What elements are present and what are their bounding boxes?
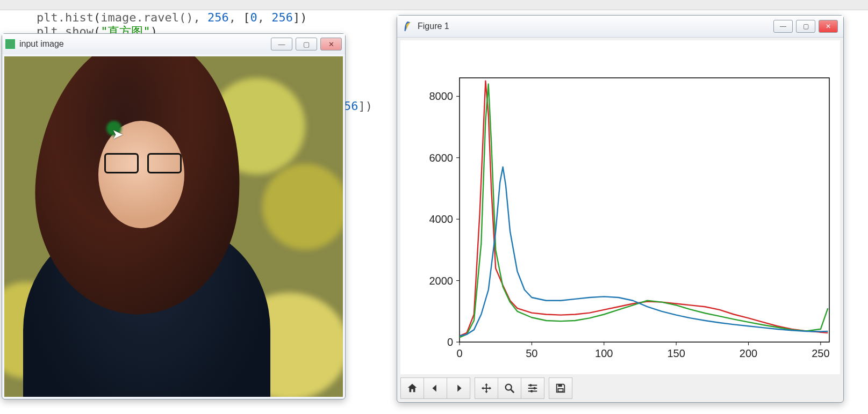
close-button[interactable]: ✕ — [320, 38, 342, 50]
svg-text:100: 100 — [595, 347, 613, 359]
close-button[interactable]: ✕ — [819, 20, 838, 33]
svg-text:0: 0 — [447, 336, 453, 348]
home-button[interactable] — [400, 377, 424, 399]
histogram-plot: 02000400060008000050100150200250 — [400, 40, 840, 374]
input-image-titlebar[interactable]: input image — ▢ ✕ — [2, 34, 345, 54]
save-button[interactable] — [549, 377, 572, 399]
input-image-title: input image — [19, 39, 271, 49]
matplotlib-toolbar — [400, 377, 572, 399]
opencv-icon — [5, 39, 15, 49]
svg-text:0: 0 — [456, 347, 462, 359]
input-image-window: input image — ▢ ✕ ➤ — [2, 33, 346, 400]
back-button[interactable] — [424, 377, 447, 399]
svg-point-24 — [529, 384, 532, 387]
minimize-button[interactable]: — — [271, 38, 292, 50]
editor-tabbar — [0, 0, 868, 10]
svg-rect-28 — [558, 389, 563, 392]
configure-subplots-button[interactable] — [521, 377, 544, 399]
maximize-button[interactable]: ▢ — [296, 38, 317, 50]
svg-text:200: 200 — [740, 347, 757, 359]
minimize-button[interactable]: — — [773, 20, 793, 33]
figure-titlebar[interactable]: Figure 1 — ▢ ✕ — [397, 16, 843, 38]
svg-rect-27 — [558, 384, 562, 387]
svg-text:4000: 4000 — [429, 213, 454, 225]
forward-button[interactable] — [447, 377, 470, 399]
tk-feather-icon — [403, 20, 412, 32]
svg-point-25 — [533, 387, 536, 390]
svg-text:2000: 2000 — [429, 275, 454, 287]
stray-code-fragment: 56]) — [344, 99, 372, 113]
zoom-button[interactable] — [498, 377, 521, 399]
maximize-button[interactable]: ▢ — [796, 20, 815, 33]
input-image-canvas: ➤ — [4, 56, 343, 397]
svg-text:50: 50 — [526, 347, 537, 359]
svg-text:6000: 6000 — [429, 152, 454, 164]
svg-point-26 — [530, 390, 533, 393]
svg-text:150: 150 — [667, 347, 685, 359]
figure-window: Figure 1 — ▢ ✕ 0200040006000800005010015… — [397, 15, 844, 403]
pan-button[interactable] — [475, 377, 498, 399]
svg-text:8000: 8000 — [429, 90, 454, 102]
figure-canvas: 02000400060008000050100150200250 — [400, 40, 840, 374]
svg-point-23 — [506, 384, 512, 390]
figure-title: Figure 1 — [418, 21, 773, 31]
svg-text:250: 250 — [812, 347, 829, 359]
